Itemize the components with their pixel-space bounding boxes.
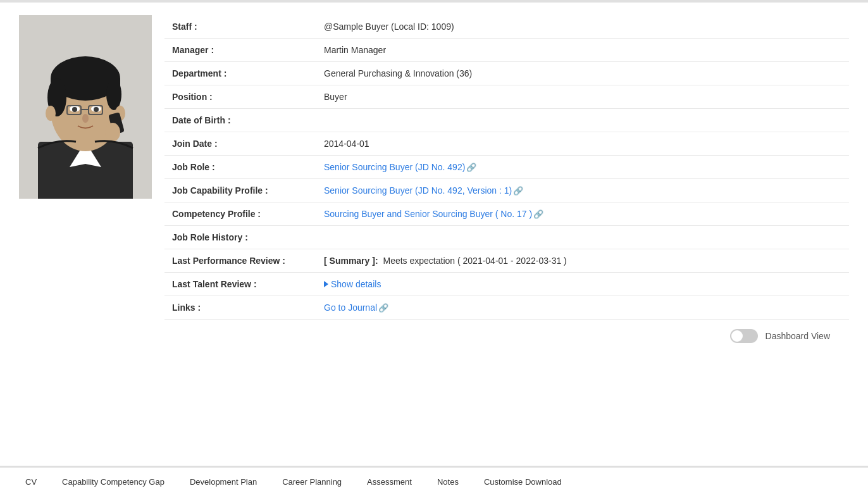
talent-review-value: Show details (316, 273, 849, 296)
job-role-label: Job Role : (164, 156, 316, 179)
job-role-history-value (316, 226, 849, 249)
summary-text: Meets expectation ( 2021-04-01 - 2022-03… (383, 256, 566, 266)
department-label: Department : (164, 62, 316, 85)
job-role-history-label: Job Role History : (164, 226, 316, 249)
nav-item-capability[interactable]: Capability Competency Gap (49, 468, 177, 497)
show-details-button[interactable]: Show details (324, 279, 381, 289)
job-role-row: Job Role : Senior Sourcing Buyer (JD No.… (164, 156, 849, 179)
job-role-link[interactable]: Senior Sourcing Buyer (JD No. 492)🔗 (324, 162, 476, 172)
manager-label: Manager : (164, 39, 316, 62)
dashboard-label: Dashboard View (766, 331, 830, 341)
svg-point-12 (72, 107, 77, 112)
position-label: Position : (164, 85, 316, 109)
job-cap-link[interactable]: Senior Sourcing Buyer (JD No. 492, Versi… (324, 185, 523, 196)
nav-item-career[interactable]: Career Planning (270, 468, 354, 497)
competency-link[interactable]: Sourcing Buyer and Senior Sourcing Buyer… (324, 209, 543, 219)
manager-value: Martin Manager (316, 39, 849, 62)
profile-section: Staff : @Sample Buyer (Local ID: 1009) M… (19, 15, 849, 320)
join-date-row: Join Date : 2014-04-01 (164, 132, 849, 156)
nav-item-cv[interactable]: CV (13, 468, 49, 497)
nav-item-development[interactable]: Development Plan (177, 468, 270, 497)
last-perf-row: Last Performance Review : [ Summary ]: M… (164, 249, 849, 273)
join-date-value: 2014-04-01 (316, 132, 849, 156)
links-row: Links : Go to Journal🔗 (164, 296, 849, 320)
last-perf-label: Last Performance Review : (164, 249, 316, 273)
dob-row: Date of Birth : (164, 109, 849, 132)
dob-value (316, 109, 849, 132)
join-date-label: Join Date : (164, 132, 316, 156)
svg-point-20 (105, 123, 120, 142)
arrow-right-icon (324, 281, 328, 287)
nav-item-notes[interactable]: Notes (425, 468, 471, 497)
job-role-history-row: Job Role History : (164, 226, 849, 249)
dashboard-row: Dashboard View (19, 320, 849, 352)
department-value: General Purchasing & Innovation (36) (316, 62, 849, 85)
summary-bracket: [ Summary ]: (324, 256, 378, 266)
svg-point-14 (94, 107, 99, 112)
svg-point-10 (46, 106, 56, 121)
bottom-nav: CV Capability Competency Gap Development… (0, 466, 868, 498)
last-perf-value: [ Summary ]: Meets expectation ( 2021-04… (316, 249, 849, 273)
job-role-value: Senior Sourcing Buyer (JD No. 492)🔗 (316, 156, 849, 179)
job-cap-label: Job Capability Profile : (164, 179, 316, 202)
chain-icon: 🔗 (466, 163, 476, 172)
go-to-journal-link[interactable]: Go to Journal🔗 (324, 302, 388, 313)
talent-review-label: Last Talent Review : (164, 273, 316, 296)
chain-icon-3: 🔗 (533, 209, 543, 219)
talent-review-row: Last Talent Review : Show details (164, 273, 849, 296)
position-value: Buyer (316, 85, 849, 109)
staff-label: Staff : (164, 15, 316, 39)
nav-item-customise[interactable]: Customise Download (471, 468, 574, 497)
job-cap-row: Job Capability Profile : Senior Sourcing… (164, 179, 849, 202)
links-value: Go to Journal🔗 (316, 296, 849, 320)
position-row: Position : Buyer (164, 85, 849, 109)
competency-label: Competency Profile : (164, 202, 316, 226)
svg-point-8 (106, 78, 121, 110)
job-cap-value: Senior Sourcing Buyer (JD No. 492, Versi… (316, 179, 849, 202)
staff-row: Staff : @Sample Buyer (Local ID: 1009) (164, 15, 849, 39)
nav-item-assessment[interactable]: Assessment (354, 468, 425, 497)
chain-icon-2: 🔗 (513, 186, 523, 196)
avatar (19, 15, 152, 199)
chain-icon-4: 🔗 (378, 303, 388, 313)
dashboard-toggle[interactable] (730, 329, 758, 343)
department-row: Department : General Purchasing & Innova… (164, 62, 849, 85)
page-wrapper: Staff : @Sample Buyer (Local ID: 1009) M… (0, 0, 868, 498)
staff-value: @Sample Buyer (Local ID: 1009) (316, 15, 849, 39)
manager-row: Manager : Martin Manager (164, 39, 849, 62)
info-table: Staff : @Sample Buyer (Local ID: 1009) M… (164, 15, 849, 320)
competency-value: Sourcing Buyer and Senior Sourcing Buyer… (316, 202, 849, 226)
dob-label: Date of Birth : (164, 109, 316, 132)
svg-point-18 (82, 114, 89, 123)
links-label: Links : (164, 296, 316, 320)
competency-row: Competency Profile : Sourcing Buyer and … (164, 202, 849, 226)
main-content: Staff : @Sample Buyer (Local ID: 1009) M… (0, 3, 868, 466)
